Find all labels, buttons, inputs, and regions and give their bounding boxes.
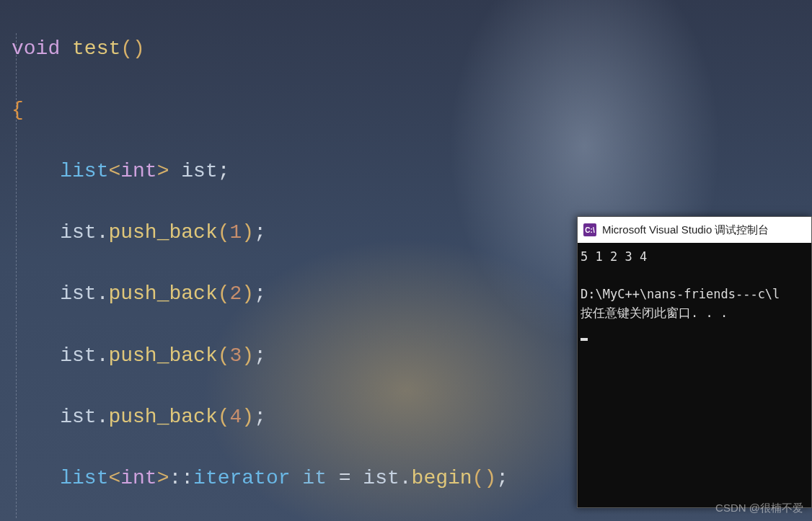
var-ist: ist [181, 160, 217, 182]
console-output: 5 1 2 3 4 [581, 249, 647, 264]
console-path: D:\MyC++\nans-friends---c\l [581, 287, 780, 301]
num-1: 1 [230, 221, 242, 244]
console-cursor [581, 338, 588, 341]
fn-push-back: push_back [108, 282, 217, 305]
keyword-void: void [12, 37, 60, 60]
angle-gt: > [157, 467, 169, 489]
semi: ; [496, 467, 508, 489]
semi: ; [254, 406, 266, 428]
rparen: ) [242, 344, 254, 367]
code-line: list<int> ist; [12, 156, 812, 187]
function-name: test [72, 37, 120, 60]
num-2: 2 [230, 282, 242, 305]
num-4: 4 [230, 406, 242, 428]
var-ist: ist [363, 467, 399, 489]
fn-push-back: push_back [108, 406, 217, 428]
type-int: int [120, 160, 156, 182]
scope-op: :: [169, 467, 193, 489]
dot: . [97, 221, 109, 244]
angle-gt: > [157, 160, 169, 182]
fn-push-back: push_back [108, 221, 217, 244]
rparen: ) [242, 282, 254, 305]
type-iterator: iterator [193, 467, 290, 489]
var-ist: ist [60, 282, 96, 305]
console-body[interactable]: 5 1 2 3 4 D:\MyC++\nans-friends---c\l 按任… [578, 243, 811, 345]
fn-begin: begin [412, 467, 472, 489]
code-line: { [12, 95, 812, 126]
semi: ; [254, 221, 266, 244]
vs-icon: C:\ [583, 223, 596, 236]
console-title: Microsoft Visual Studio 调试控制台 [602, 223, 769, 237]
semi: ; [218, 160, 230, 182]
console-prompt: 按任意键关闭此窗口. . . [581, 306, 728, 320]
var-ist: ist [60, 221, 96, 244]
type-int: int [120, 467, 156, 489]
dot: . [97, 406, 109, 428]
semi: ; [254, 344, 266, 367]
code-line: void test() [12, 34, 812, 65]
dot: . [400, 467, 412, 489]
console-title-bar[interactable]: C:\ Microsoft Visual Studio 调试控制台 [578, 217, 811, 243]
rparen: ) [242, 406, 254, 428]
brace-open: { [12, 99, 24, 121]
lparen: ( [218, 406, 230, 428]
debug-console-window[interactable]: C:\ Microsoft Visual Studio 调试控制台 5 1 2 … [577, 216, 812, 508]
parens: () [120, 37, 145, 60]
fn-push-back: push_back [108, 344, 217, 367]
var-it: it [302, 467, 327, 489]
type-list: list [60, 160, 108, 182]
var-ist: ist [60, 406, 96, 428]
semi: ; [254, 282, 266, 305]
angle-lt: < [108, 160, 120, 182]
watermark: CSDN @很楠不爱 [715, 502, 803, 515]
angle-lt: < [108, 467, 120, 489]
op-assign: = [327, 467, 363, 489]
dot: . [97, 282, 109, 305]
rparen: ) [242, 221, 254, 244]
lparen: ( [218, 221, 230, 244]
lparen: ( [218, 344, 230, 367]
lparen: ( [218, 282, 230, 305]
parens: () [472, 467, 497, 489]
var-ist: ist [60, 344, 96, 367]
dot: . [97, 344, 109, 367]
num-3: 3 [230, 344, 242, 367]
type-list: list [60, 467, 108, 489]
